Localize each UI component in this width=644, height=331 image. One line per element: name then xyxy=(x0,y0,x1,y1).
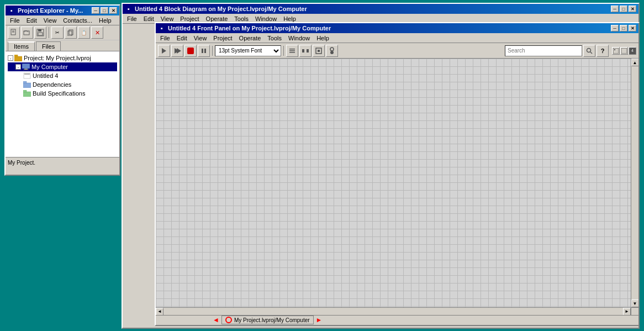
bd-menu-project[interactable]: Project xyxy=(177,15,202,23)
reorder-btn[interactable] xyxy=(326,45,338,57)
svg-rect-31 xyxy=(22,64,30,69)
fp-menubar: File Edit View Project Operate Tools Win… xyxy=(156,33,638,43)
fp-menu-view[interactable]: View xyxy=(191,34,210,42)
pe-minimize-btn[interactable]: ─ xyxy=(92,7,99,14)
pe-maximize-btn[interactable]: □ xyxy=(101,7,108,14)
svg-rect-38 xyxy=(23,92,31,97)
tree-dependencies[interactable]: Dependencies xyxy=(8,80,117,89)
bd-maximize-btn[interactable]: □ xyxy=(620,6,627,12)
bd-menu-edit[interactable]: Edit xyxy=(140,15,157,23)
pe-save-btn[interactable] xyxy=(34,27,46,39)
pe-open-btn[interactable] xyxy=(21,27,33,39)
pe-copy-btn[interactable] xyxy=(65,27,77,39)
fp-menu-project[interactable]: Project xyxy=(210,34,235,42)
bd-menu-help[interactable]: Help xyxy=(280,15,299,23)
pe-title-bar[interactable]: ▪ Project Explorer - My... ─ □ ✕ xyxy=(6,6,119,15)
fp-close-btn[interactable]: ✕ xyxy=(629,25,636,31)
bd-menu-file[interactable]: File xyxy=(124,15,140,23)
panel-icon-3[interactable]: 4 xyxy=(629,47,636,55)
pe-cut-btn[interactable]: ✂ xyxy=(51,27,64,39)
bd-menu-view[interactable]: View xyxy=(157,15,177,23)
resize-btn[interactable] xyxy=(313,45,325,57)
fp-scrollbar-vertical[interactable]: ▲ ▼ xyxy=(631,59,638,307)
abort-btn[interactable] xyxy=(184,45,197,57)
dependencies-icon xyxy=(23,81,31,88)
align-btn[interactable] xyxy=(286,45,298,57)
my-computer-toggle[interactable]: - xyxy=(15,64,21,70)
fp-menu-operate[interactable]: Operate xyxy=(236,34,265,42)
pe-status-text: My Project. xyxy=(8,160,35,166)
svg-marker-2 xyxy=(177,48,181,54)
svg-marker-0 xyxy=(162,48,166,54)
pe-delete-btn[interactable]: ✕ xyxy=(91,27,103,39)
font-selector[interactable]: 13pt System Font xyxy=(215,45,281,56)
fp-menu-file[interactable]: File xyxy=(157,34,173,42)
tab-items[interactable]: Items xyxy=(8,41,35,51)
project-tree[interactable]: - Project: My Project.lvproj - My Comput… xyxy=(6,51,119,157)
panel-icon-2[interactable] xyxy=(620,47,628,55)
toolbar-sep-1 xyxy=(212,46,213,56)
project-icon xyxy=(14,54,22,62)
toolbar-sep-2 xyxy=(283,46,284,56)
tree-untitled4[interactable]: Untitled 4 xyxy=(8,71,117,80)
root-toggle[interactable]: - xyxy=(8,55,13,61)
run-btn[interactable] xyxy=(158,45,170,57)
tree-root[interactable]: - Project: My Project.lvproj xyxy=(8,54,117,62)
pe-toolbar-sep xyxy=(49,27,49,38)
bd-minimize-btn[interactable]: ─ xyxy=(611,6,619,12)
pe-menu-contacts[interactable]: Contacts... xyxy=(60,17,96,24)
bd-menu-tools[interactable]: Tools xyxy=(231,15,252,23)
bd-menu-window[interactable]: Window xyxy=(252,15,280,23)
pe-paste-btn[interactable]: 📋 xyxy=(78,27,90,39)
pe-close-btn[interactable]: ✕ xyxy=(109,7,117,14)
fp-menu-tools[interactable]: Tools xyxy=(264,34,285,42)
svg-line-16 xyxy=(590,52,592,54)
fp-menu-window[interactable]: Window xyxy=(285,34,313,42)
front-panel-window[interactable]: ▪ Untitled 4 Front Panel on My Project.l… xyxy=(155,22,640,326)
front-panel-canvas[interactable] xyxy=(156,59,631,307)
scroll-down-btn[interactable]: ▼ xyxy=(631,300,639,307)
bd-close-btn[interactable]: ✕ xyxy=(629,6,636,12)
tree-build-specs[interactable]: Build Specifications xyxy=(8,89,117,98)
panel-icon-1[interactable] xyxy=(612,47,620,55)
pe-toolbar: ✂ 📋 ✕ xyxy=(6,25,119,40)
front-panel-title-bar[interactable]: ▪ Untitled 4 Front Panel on My Project.l… xyxy=(156,23,638,33)
scroll-left-btn[interactable]: ◄ xyxy=(156,308,163,316)
tab-files[interactable]: Files xyxy=(36,41,61,51)
search-input[interactable] xyxy=(505,45,582,56)
pe-menu-view[interactable]: View xyxy=(40,17,60,24)
pe-status-bar: My Project. xyxy=(6,157,119,168)
block-diagram-title-bar[interactable]: ▪ Untitled 4 Block Diagram on My Project… xyxy=(123,4,638,14)
scroll-right-btn[interactable]: ► xyxy=(623,308,631,316)
fp-minimize-btn[interactable]: ─ xyxy=(611,25,619,31)
pe-menu-edit[interactable]: Edit xyxy=(23,17,40,24)
status-label: My Project.lvproj/My Computer xyxy=(234,317,310,323)
scroll-up-btn[interactable]: ▲ xyxy=(631,59,639,66)
build-specs-label: Build Specifications xyxy=(33,90,85,97)
svg-rect-28 xyxy=(68,31,72,36)
fp-scrollbar-horizontal[interactable]: ◄ ► xyxy=(156,307,631,315)
svg-rect-29 xyxy=(14,56,22,61)
fp-menu-edit[interactable]: Edit xyxy=(173,34,191,42)
fp-menu-help[interactable]: Help xyxy=(313,34,332,42)
build-specs-icon xyxy=(23,90,31,97)
svg-rect-26 xyxy=(38,33,43,35)
svg-rect-6 xyxy=(289,49,295,50)
tree-my-computer[interactable]: - My Computer xyxy=(8,62,117,71)
fp-maximize-btn[interactable]: □ xyxy=(620,25,627,31)
pe-menu-help[interactable]: Help xyxy=(96,17,115,24)
pause-btn[interactable] xyxy=(198,45,210,57)
project-explorer-window[interactable]: ▪ Project Explorer - My... ─ □ ✕ File Ed… xyxy=(4,4,120,176)
pe-menu-file[interactable]: File xyxy=(7,17,23,24)
distribute-btn[interactable] xyxy=(299,45,312,57)
pe-new-btn[interactable] xyxy=(8,27,20,39)
svg-rect-9 xyxy=(302,49,304,52)
svg-point-14 xyxy=(330,51,334,54)
dependencies-label: Dependencies xyxy=(33,81,71,88)
pe-title: Project Explorer - My... xyxy=(18,7,83,14)
search-btn[interactable] xyxy=(583,45,595,57)
run-continuous-btn[interactable] xyxy=(171,45,183,57)
help-btn[interactable]: ? xyxy=(597,45,609,57)
svg-rect-17 xyxy=(613,48,619,54)
bd-menu-operate[interactable]: Operate xyxy=(203,15,231,23)
